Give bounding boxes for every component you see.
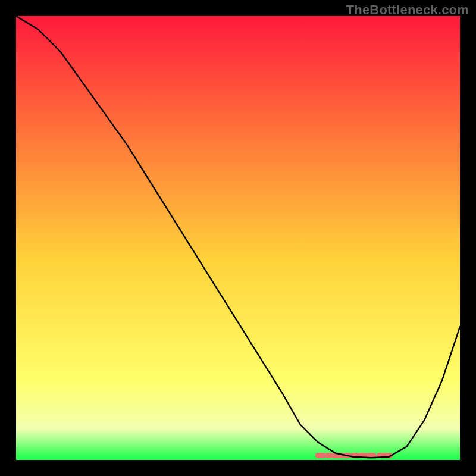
chart-svg xyxy=(16,16,460,460)
plot-area xyxy=(16,16,460,460)
watermark-text: TheBottleneck.com xyxy=(346,2,469,18)
chart-frame: TheBottleneck.com xyxy=(0,0,476,476)
